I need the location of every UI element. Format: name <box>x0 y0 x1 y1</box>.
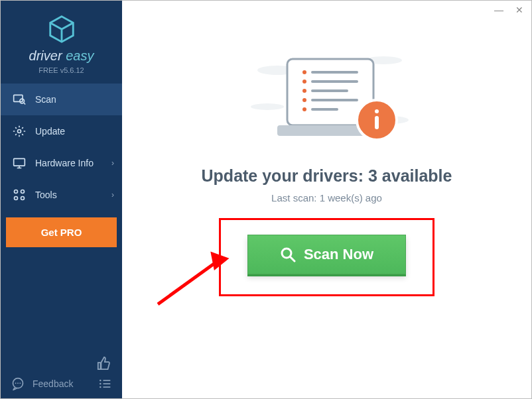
brand-name: driver easy <box>29 48 94 64</box>
svg-rect-33 <box>375 116 379 129</box>
scan-highlight-box: Scan Now <box>219 218 434 296</box>
app-logo-icon <box>46 14 77 44</box>
main-heading: Update your drivers: 3 available <box>202 166 452 186</box>
scan-now-button[interactable]: Scan Now <box>247 235 406 274</box>
scan-monitor-icon <box>13 93 26 106</box>
svg-point-29 <box>302 107 306 111</box>
sidebar: driver easy FREE v5.6.12 Scan Update Har… <box>1 1 122 398</box>
laptop-illustration <box>241 47 413 160</box>
svg-line-2 <box>24 103 26 105</box>
svg-marker-37 <box>205 251 230 274</box>
magnifier-icon <box>280 247 296 262</box>
gear-icon <box>13 125 26 138</box>
sidebar-item-label: Hardware Info <box>35 158 94 168</box>
close-button[interactable]: ✕ <box>515 5 523 15</box>
scan-now-label: Scan Now <box>304 246 373 263</box>
chevron-right-icon: › <box>111 190 114 200</box>
svg-rect-4 <box>14 158 25 166</box>
svg-line-36 <box>158 261 218 304</box>
version-label: FREE v5.6.12 <box>38 66 84 74</box>
chevron-right-icon: › <box>111 158 114 168</box>
sidebar-item-tools[interactable]: Tools › <box>1 179 122 211</box>
svg-line-35 <box>290 256 295 261</box>
svg-point-11 <box>100 386 101 388</box>
annotation-arrow-icon <box>155 248 234 308</box>
svg-rect-0 <box>14 95 23 101</box>
svg-point-25 <box>302 89 306 93</box>
svg-point-32 <box>375 109 379 113</box>
sidebar-item-scan[interactable]: Scan <box>1 84 122 115</box>
sidebar-item-label: Scan <box>35 94 56 105</box>
sidebar-item-label: Update <box>35 126 65 137</box>
feedback-icon[interactable] <box>11 377 25 390</box>
svg-point-21 <box>302 70 306 74</box>
svg-point-9 <box>100 380 101 382</box>
svg-point-27 <box>302 98 306 102</box>
monitor-icon <box>13 156 26 170</box>
svg-point-17 <box>251 103 284 110</box>
brand-block: driver easy FREE v5.6.12 <box>1 1 122 84</box>
menu-list-icon[interactable] <box>98 377 111 390</box>
thumbs-up-icon[interactable] <box>97 356 111 370</box>
sidebar-item-update[interactable]: Update <box>1 115 122 147</box>
tools-icon <box>13 188 26 201</box>
svg-point-10 <box>100 383 101 385</box>
svg-point-6 <box>15 382 17 384</box>
feedback-label[interactable]: Feedback <box>33 378 90 389</box>
sidebar-item-hardware[interactable]: Hardware Info › <box>1 147 122 179</box>
get-pro-button[interactable]: Get PRO <box>6 217 117 247</box>
svg-point-7 <box>17 382 19 384</box>
main-panel: Update your drivers: 3 available Last sc… <box>122 1 531 398</box>
svg-point-3 <box>18 130 21 133</box>
svg-point-8 <box>20 382 21 384</box>
last-scan-label: Last scan: 1 week(s) ago <box>271 192 382 203</box>
sidebar-item-label: Tools <box>35 190 57 200</box>
svg-point-23 <box>302 80 306 84</box>
minimize-button[interactable]: — <box>494 5 503 15</box>
